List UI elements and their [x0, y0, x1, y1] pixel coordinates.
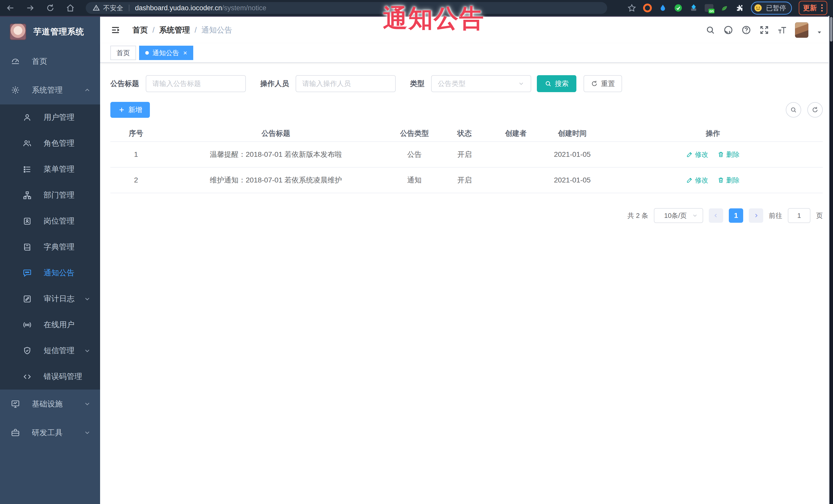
- home-icon[interactable]: [66, 3, 75, 13]
- table-row: 2 维护通知：2018-07-01 若依系统凌晨维护 通知 开启 2021-01…: [110, 168, 823, 193]
- back-icon[interactable]: [6, 3, 15, 13]
- sidebar-item-notice[interactable]: 通知公告: [0, 260, 100, 286]
- sidebar-item-label: 基础设施: [32, 399, 63, 409]
- browser-menu-kebab-icon[interactable]: [821, 4, 823, 12]
- logo-avatar: [10, 24, 26, 40]
- sidebar-item-menus[interactable]: 菜单管理: [0, 156, 100, 182]
- edit-link[interactable]: 修改: [686, 176, 708, 185]
- add-button[interactable]: 新增: [110, 102, 150, 118]
- address-bar[interactable]: 不安全 dashboard.yudao.iocoder.cn /system/n…: [86, 2, 607, 14]
- prev-page-button[interactable]: [709, 208, 723, 223]
- cell-no: 2: [110, 176, 162, 184]
- delete-link[interactable]: 删除: [717, 150, 740, 159]
- url-host: dashboard.yudao.iocoder.cn: [135, 4, 222, 12]
- delete-link[interactable]: 删除: [717, 176, 740, 185]
- column-header: 状态: [439, 128, 490, 138]
- cell-title: 维护通知：2018-07-01 若依系统凌晨维护: [162, 175, 390, 185]
- refresh-table-button[interactable]: [807, 102, 823, 118]
- sidebar-item-infrastructure[interactable]: 基础设施: [0, 389, 100, 418]
- column-header: 公告标题: [162, 128, 390, 138]
- goto-page-input[interactable]: [788, 208, 810, 223]
- notice-table: 序号 公告标题 公告类型 状态 创建者 创建时间 操作 1 温馨提醒：2018-…: [110, 125, 823, 193]
- book-icon: [23, 242, 32, 252]
- help-icon[interactable]: [741, 25, 752, 35]
- toggle-search-button[interactable]: [786, 102, 801, 118]
- logo[interactable]: 芋道管理系统: [0, 17, 100, 47]
- sidebar-item-posts[interactable]: 岗位管理: [0, 208, 100, 234]
- current-page-button[interactable]: 1: [729, 208, 743, 223]
- logo-title: 芋道管理系统: [33, 26, 84, 38]
- sidebar-item-error-codes[interactable]: 错误码管理: [0, 364, 100, 389]
- sidebar-item-label: 错误码管理: [44, 371, 82, 382]
- chevron-down-icon: [518, 80, 525, 87]
- trash-icon: [717, 177, 724, 184]
- tag-notice[interactable]: 通知公告 ×: [139, 46, 193, 60]
- operator-input[interactable]: [295, 75, 396, 92]
- close-icon[interactable]: ×: [183, 50, 187, 56]
- sidebar-item-label: 通知公告: [44, 268, 74, 278]
- browser-update-button[interactable]: 更新: [799, 1, 827, 15]
- sidebar-item-system[interactable]: 系统管理: [0, 76, 100, 104]
- org-tree-icon: [23, 191, 32, 200]
- add-button-label: 新增: [128, 105, 142, 115]
- sidebar-item-dev-tools[interactable]: 研发工具: [0, 418, 100, 447]
- extension-leaf-icon[interactable]: [720, 4, 729, 12]
- caret-down-icon[interactable]: [816, 29, 823, 36]
- dashboard-icon: [11, 57, 20, 66]
- chevron-down-icon: [84, 347, 91, 354]
- bookmark-star-icon[interactable]: [627, 3, 637, 13]
- sidebar-item-label: 短信管理: [44, 345, 74, 356]
- next-page-button[interactable]: [749, 208, 763, 223]
- chevron-left-icon: [713, 213, 719, 219]
- column-header: 操作: [603, 128, 823, 138]
- reload-icon[interactable]: [46, 3, 55, 13]
- edit-link[interactable]: 修改: [686, 150, 708, 159]
- sidebar-item-roles[interactable]: 角色管理: [0, 130, 100, 156]
- extension-green-icon[interactable]: [674, 4, 683, 12]
- user-avatar[interactable]: [795, 22, 808, 38]
- sidebar-item-departments[interactable]: 部门管理: [0, 182, 100, 208]
- page-size-select[interactable]: 10条/页: [654, 208, 703, 223]
- type-label: 类型: [410, 79, 425, 89]
- sidebar-item-label: 部门管理: [44, 190, 74, 200]
- browser-right-cluster: on 已暂停 更新: [627, 1, 827, 15]
- sidebar-toggle-icon[interactable]: [110, 25, 121, 35]
- chevron-down-icon: [84, 400, 91, 408]
- extension-orange-icon[interactable]: [643, 4, 652, 12]
- fullscreen-icon[interactable]: [759, 25, 769, 35]
- sidebar-item-label: 用户管理: [44, 112, 74, 123]
- breadcrumb-current: 通知公告: [201, 25, 232, 35]
- sidebar-item-audit-log[interactable]: 审计日志: [0, 286, 100, 312]
- reset-button[interactable]: 重置: [584, 75, 622, 92]
- tag-home[interactable]: 首页: [110, 46, 136, 60]
- current-page-number: 1: [734, 212, 738, 220]
- breadcrumb-section[interactable]: 系统管理: [159, 25, 190, 35]
- github-icon[interactable]: [723, 25, 733, 35]
- sidebar-item-label: 岗位管理: [44, 216, 74, 226]
- cell-status: 开启: [439, 150, 490, 159]
- extension-gem-icon[interactable]: [689, 4, 698, 12]
- notice-title-input[interactable]: [146, 75, 246, 92]
- extension-drop-icon[interactable]: [659, 4, 667, 12]
- security-label[interactable]: 不安全: [103, 4, 123, 13]
- search-button[interactable]: 搜索: [537, 75, 576, 92]
- sidebar-item-sms[interactable]: 短信管理: [0, 338, 100, 364]
- extension-on-icon[interactable]: on: [705, 4, 713, 12]
- type-select[interactable]: 公告类型: [431, 75, 531, 92]
- forward-icon[interactable]: [26, 3, 35, 13]
- sidebar-item-users[interactable]: 用户管理: [0, 104, 100, 130]
- sidebar-item-online-users[interactable]: 在线用户: [0, 312, 100, 338]
- font-size-icon[interactable]: [777, 25, 787, 35]
- breadcrumb-separator: /: [194, 26, 196, 34]
- breadcrumb: 首页 / 系统管理 / 通知公告: [133, 25, 232, 35]
- search-icon[interactable]: [705, 25, 715, 35]
- browser-profile-button[interactable]: 已暂停: [751, 2, 792, 15]
- sidebar-item-dict[interactable]: 字典管理: [0, 234, 100, 260]
- scrollbar-thumb[interactable]: [830, 17, 832, 42]
- tags-view-bar: 首页 通知公告 ×: [100, 43, 833, 63]
- page-scrollbar[interactable]: [829, 16, 833, 504]
- sidebar-item-home[interactable]: 首页: [0, 47, 100, 76]
- extensions-puzzle-icon[interactable]: [736, 4, 744, 12]
- chevron-down-icon: [692, 213, 698, 219]
- breadcrumb-home[interactable]: 首页: [133, 25, 148, 35]
